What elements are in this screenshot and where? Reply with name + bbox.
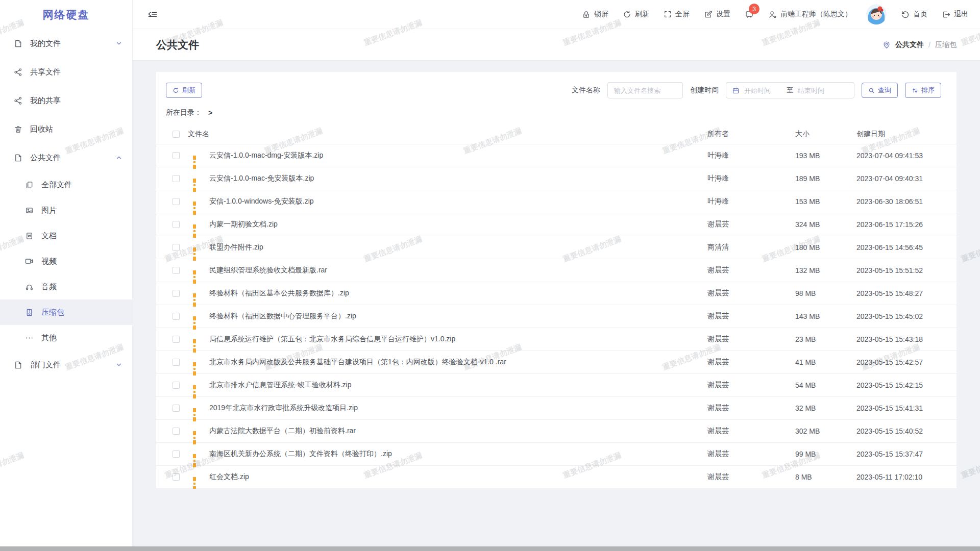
row-checkbox[interactable]: [173, 313, 180, 320]
file-name[interactable]: 2019年北京市水行政审批系统升级改造项目.zip: [209, 404, 707, 413]
row-checkbox[interactable]: [173, 152, 180, 159]
filter-bar: 文件名称 创建时间 至 查询 排序: [572, 82, 941, 98]
sidebar-item-9[interactable]: 音频: [0, 274, 132, 299]
file-owner: 商清清: [707, 243, 795, 252]
file-name[interactable]: 终验材料（福田区数据中心管理服务平台）.zip: [209, 312, 707, 321]
directory-chevron[interactable]: >: [208, 109, 212, 117]
row-checkbox[interactable]: [173, 382, 180, 389]
date-range-picker[interactable]: 至: [726, 82, 854, 98]
file-created: 2023-05-15 15:41:31: [856, 404, 957, 412]
row-checkbox[interactable]: [173, 221, 180, 228]
refresh-page-button[interactable]: 刷新: [623, 10, 649, 19]
row-checkbox[interactable]: [173, 428, 180, 435]
calendar-icon: [732, 87, 740, 94]
table-body: 云安信-1.0.0-mac-dmg-安装版本.zip叶海峰193 MB2023-…: [156, 144, 957, 489]
titlebar: 公共文件 公共文件 / 压缩包: [133, 29, 980, 61]
page-title: 公共文件: [156, 38, 199, 52]
table-row: 红会文档.zip谢晨芸8 MB2023-05-11 17:02:10: [156, 466, 957, 489]
fullscreen-button[interactable]: 全屏: [664, 10, 690, 19]
sidebar-collapse-icon[interactable]: [148, 10, 157, 19]
file-name[interactable]: 北京市排水户信息管理系统-竣工验收材料.zip: [209, 381, 707, 390]
row-checkbox[interactable]: [173, 473, 180, 481]
logout-button[interactable]: 退出: [942, 10, 968, 19]
file-name[interactable]: 内蒙一期初验文档.zip: [209, 220, 707, 229]
file-name[interactable]: 红会文档.zip: [209, 472, 707, 482]
row-checkbox[interactable]: [173, 267, 180, 274]
refresh-list-button[interactable]: 刷新: [166, 83, 202, 98]
row-checkbox[interactable]: [173, 244, 180, 251]
document-icon: [13, 39, 22, 48]
topbar: 锁屏 刷新 全屏 设置 3 前端工程师（陈思文）: [133, 0, 980, 29]
row-checkbox[interactable]: [173, 450, 180, 458]
sidebar-item-10[interactable]: 压缩包: [0, 299, 132, 325]
file-size: 180 MB: [795, 243, 856, 252]
file-name[interactable]: 云安信-1.0.0-mac-dmg-安装版本.zip: [209, 151, 707, 160]
sidebar-item-3[interactable]: 回收站: [0, 115, 132, 143]
file-name[interactable]: 终验材料（福田区基本公共服务数据库）.zip: [209, 289, 707, 298]
sort-button[interactable]: 排序: [905, 83, 941, 98]
file-created: 2023-06-30 18:06:51: [856, 197, 957, 206]
table-row: 云安信-1.0.0-mac-免安装版本.zip叶海峰189 MB2023-07-…: [156, 167, 957, 190]
query-button[interactable]: 查询: [862, 83, 898, 98]
sidebar-item-2[interactable]: 我的共享: [0, 86, 132, 115]
file-size: 99 MB: [795, 450, 856, 458]
sidebar-item-11[interactable]: 其他: [0, 325, 132, 350]
sidebar-item-label: 部门文件: [30, 360, 61, 370]
column-filename: 文件名: [188, 130, 707, 139]
file-name[interactable]: 北京市水务局内网改版及公共服务基础平台建设项目（第1包：内网改版）终验验文档-v…: [209, 358, 707, 367]
file-name[interactable]: 云安信-1.0.0-mac-免安装版本.zip: [209, 174, 707, 183]
row-checkbox[interactable]: [173, 198, 180, 205]
select-all-checkbox[interactable]: [173, 131, 180, 138]
sidebar-item-0[interactable]: 我的文件: [0, 29, 132, 58]
sidebar-item-5[interactable]: 全部文件: [0, 172, 132, 197]
sidebar-item-7[interactable]: 文档: [0, 223, 132, 248]
user-menu[interactable]: 前端工程师（陈思文）: [768, 10, 852, 19]
row-checkbox[interactable]: [173, 359, 180, 366]
table-row: 安信-1.0.0-windows-免安装版.zip叶海峰153 MB2023-0…: [156, 190, 957, 213]
file-list-card: 刷新 文件名称 创建时间 至 查询: [156, 72, 957, 489]
row-checkbox[interactable]: [173, 336, 180, 343]
card-toolbar: 刷新 文件名称 创建时间 至 查询: [156, 72, 957, 98]
file-size: 132 MB: [795, 266, 856, 274]
user-icon: [768, 10, 777, 19]
column-created: 创建日期: [856, 130, 957, 139]
row-checkbox[interactable]: [173, 175, 180, 182]
row-checkbox[interactable]: [173, 290, 180, 297]
file-size: 23 MB: [795, 335, 856, 343]
app-logo: 网络硬盘: [0, 0, 132, 29]
breadcrumb-root[interactable]: 公共文件: [895, 40, 924, 49]
avatar[interactable]: [866, 4, 887, 24]
file-name[interactable]: 局信息系统运行维护（第五包：北京市水务局综合信息平台运行维护）v1.0.zip: [209, 335, 707, 344]
settings-edit-icon: [704, 10, 713, 19]
file-created: 2023-05-15 15:45:02: [856, 312, 957, 320]
sidebar-item-12[interactable]: 部门文件: [0, 350, 132, 379]
file-name[interactable]: 内蒙古法院大数据平台（二期）初验前资料.rar: [209, 427, 707, 436]
sidebar-item-6[interactable]: 图片: [0, 197, 132, 223]
home-button[interactable]: 首页: [901, 10, 927, 19]
video-icon: [24, 257, 34, 266]
table-row: 内蒙一期初验文档.zip谢晨芸324 MB2023-06-15 17:15:26: [156, 213, 957, 236]
end-time-input[interactable]: [798, 87, 836, 94]
sidebar-item-1[interactable]: 共享文件: [0, 58, 132, 86]
filename-search-input[interactable]: [607, 82, 683, 98]
file-owner: 叶海峰: [707, 151, 795, 160]
file-name[interactable]: 联盟办件附件.zip: [209, 243, 707, 252]
document-icon: [13, 153, 22, 162]
sidebar-item-8[interactable]: 视频: [0, 248, 132, 274]
file-name[interactable]: 安信-1.0.0-windows-免安装版.zip: [209, 197, 707, 206]
audio-icon: [24, 282, 34, 291]
breadcrumb-current: 压缩包: [935, 40, 957, 49]
file-name[interactable]: 南海区机关新办公系统（二期）文件资料（终验打印）.zip: [209, 449, 707, 459]
start-time-input[interactable]: [744, 87, 782, 94]
lock-screen-button[interactable]: 锁屏: [582, 10, 608, 19]
sidebar-item-label: 其他: [41, 333, 57, 343]
file-size: 193 MB: [795, 152, 856, 160]
sidebar-item-4[interactable]: 公共文件: [0, 143, 132, 172]
file-created: 2023-05-15 15:42:15: [856, 381, 957, 389]
row-checkbox[interactable]: [173, 405, 180, 412]
settings-button[interactable]: 设置: [704, 10, 730, 19]
file-name[interactable]: 民建组织管理系统验收文档最新版.rar: [209, 266, 707, 275]
file-size: 302 MB: [795, 427, 856, 435]
notifications-button[interactable]: 3: [745, 10, 754, 19]
horizontal-scrollbar[interactable]: [0, 546, 980, 551]
